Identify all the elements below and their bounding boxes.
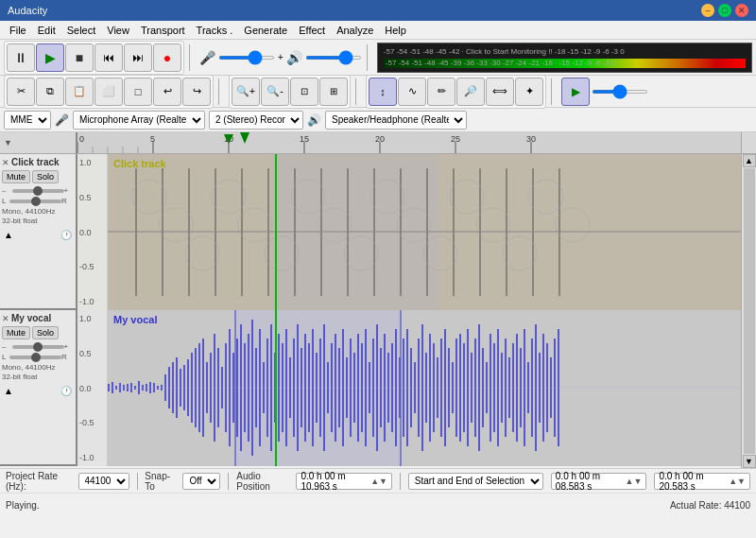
cut-tool[interactable]: ✂ (7, 78, 35, 106)
ctrl-sep-3 (400, 473, 401, 490)
vocal-track-info-line1: Mono, 44100Hz (2, 363, 74, 373)
forward-button[interactable]: ⏭ (124, 43, 152, 72)
click-track-menu[interactable]: 🕐 (60, 230, 72, 240)
svg-text:25: 25 (451, 134, 460, 144)
play-speed-button[interactable]: ▶ (561, 78, 590, 106)
menu-select[interactable]: Select (61, 24, 102, 37)
minimize-button[interactable]: – (701, 4, 714, 17)
rewind-button[interactable]: ⏮ (94, 43, 123, 72)
play-speed-group: ▶ (561, 78, 648, 106)
record-button[interactable]: ● (153, 43, 181, 72)
zoom-tool[interactable]: 🔎 (456, 78, 485, 106)
maximize-button[interactable]: □ (718, 4, 731, 17)
zoom-tools-group: 🔍+ 🔍- ⊡ ⊞ (229, 75, 351, 109)
draw-tool[interactable]: ✏ (427, 78, 455, 106)
click-track-controls: ✕ Click track Mute Solo – + (0, 154, 77, 308)
menu-generate[interactable]: Generate (238, 24, 293, 37)
v-yaxis-1.0: 1.0 (79, 314, 105, 323)
envelope-tool[interactable]: ∿ (398, 78, 426, 106)
copy-tool[interactable]: ⧉ (36, 78, 64, 106)
zoom-sel-button[interactable]: ⊡ (290, 78, 318, 106)
project-rate-select[interactable]: 44100 (78, 473, 129, 490)
vocal-track-solo[interactable]: Solo (32, 326, 59, 339)
menu-transport[interactable]: Transport (135, 24, 191, 37)
audio-position-display[interactable]: 0.0 h 00 m 10.963 s ▲▼ (296, 473, 392, 490)
sel-end-text: 0.0 h 00 m 20.583 s (659, 471, 729, 492)
output-device-select[interactable]: Speaker/Headphone (Realte (325, 111, 467, 130)
separator-5 (551, 78, 557, 105)
selection-mode-select[interactable]: Start and End of Selection (408, 473, 543, 490)
right-scrollbar[interactable]: ▲ ▼ (741, 154, 756, 468)
vocal-track-gain-row: – + (2, 342, 74, 351)
ruler-svg: 0 5 10 15 20 25 30 (77, 132, 741, 153)
yaxis-0.5: 0.5 (79, 193, 105, 202)
output-gain-slider[interactable] (305, 56, 362, 60)
close-button[interactable]: ✕ (735, 4, 748, 17)
svg-text:30: 30 (526, 134, 536, 144)
vocal-gain-label: – (2, 342, 12, 351)
pan-r-label: R (61, 197, 69, 205)
select-tool[interactable]: ↕ (369, 78, 397, 106)
svg-text:15: 15 (300, 134, 309, 144)
undo-tool[interactable]: ↩ (153, 78, 181, 106)
redo-tool[interactable]: ↪ (182, 78, 211, 106)
v-yaxis-neg0.5: -0.5 (79, 418, 105, 427)
vocal-track-waveform[interactable]: 1.0 0.5 0.0 -0.5 -1.0 My vocal (77, 310, 741, 466)
sel-start-text: 0.0 h 00 m 08.583 s (556, 471, 626, 492)
separator-2 (367, 44, 372, 71)
scroll-down-button[interactable]: ▼ (743, 455, 756, 468)
zoom-in-button[interactable]: 🔍+ (232, 78, 260, 106)
menu-file[interactable]: File (4, 24, 32, 37)
input-device-select[interactable]: Microphone Array (Realtek (73, 111, 205, 130)
trim-tool[interactable]: ⬜ (94, 78, 123, 106)
scroll-thumb[interactable] (744, 168, 755, 454)
channels-select[interactable]: 2 (Stereo) Recor (209, 111, 303, 130)
click-track-waveform[interactable]: 1.0 0.5 0.0 -0.5 -1.0 Click track (77, 154, 741, 310)
sel-start-arrows: ▲▼ (626, 477, 643, 486)
vocal-track-close[interactable]: ✕ (2, 314, 9, 323)
click-track-mute[interactable]: Mute (2, 170, 30, 183)
zoom-fit-button[interactable]: ⊞ (319, 78, 348, 106)
click-track-close[interactable]: ✕ (2, 158, 9, 167)
device-bar: MME 🎤 Microphone Array (Realtek 2 (Stere… (0, 108, 756, 132)
vocal-track-mute[interactable]: Mute (2, 326, 30, 339)
click-track: ✕ Click track Mute Solo – + (0, 154, 741, 310)
pan-l-label: L (2, 197, 9, 205)
speed-slider[interactable] (592, 90, 648, 94)
snap-to-select[interactable]: Off (182, 473, 220, 490)
play-button[interactable]: ▶ (36, 43, 64, 72)
vocal-track-pan-slider[interactable] (9, 356, 61, 359)
api-select[interactable]: MME (4, 111, 51, 130)
vocal-track-gain-slider[interactable] (12, 345, 64, 349)
menu-help[interactable]: Help (379, 24, 412, 37)
vocal-track: ✕ My vocal Mute Solo – + (0, 310, 741, 466)
speaker-device-icon: 🔊 (307, 113, 321, 127)
stop-button[interactable]: ■ (65, 43, 94, 72)
vu-scale-bottom: -57 -54 -51 -48 -45 -39 -36 -33 -30 -27 … (384, 59, 616, 68)
vocal-track-menu[interactable]: 🕐 (60, 386, 72, 396)
vocal-track-buttons: Mute Solo (2, 326, 74, 339)
vu-bar: -57 -54 -51 -48 -45 -39 -36 -33 -30 -27 … (384, 59, 746, 68)
scroll-up-button[interactable]: ▲ (743, 154, 756, 167)
vocal-track-collapse[interactable]: ▲ (4, 386, 13, 396)
multi-tool[interactable]: ✦ (515, 78, 543, 106)
input-gain-slider[interactable] (218, 56, 275, 60)
paste-tool[interactable]: 📋 (65, 78, 94, 106)
sel-start-display[interactable]: 0.0 h 00 m 08.583 s ▲▼ (551, 473, 647, 490)
click-track-gain-row: – + (2, 186, 74, 195)
menu-view[interactable]: View (101, 24, 135, 37)
click-track-gain-slider[interactable] (12, 189, 64, 193)
click-track-solo[interactable]: Solo (32, 170, 59, 183)
pause-button[interactable]: ⏸ (7, 43, 35, 72)
timeshift-tool[interactable]: ⟺ (486, 78, 514, 106)
zoom-out-button[interactable]: 🔍- (261, 78, 289, 106)
vocal-track-svg (108, 310, 741, 466)
click-track-pan-slider[interactable] (9, 200, 61, 203)
click-track-collapse[interactable]: ▲ (4, 230, 13, 240)
sel-end-display[interactable]: 0.0 h 00 m 20.583 s ▲▼ (654, 473, 750, 490)
menu-tracks[interactable]: Tracks . (191, 24, 239, 37)
menu-analyze[interactable]: Analyze (331, 24, 379, 37)
silence-tool[interactable]: □ (124, 78, 152, 106)
menu-effect[interactable]: Effect (293, 24, 331, 37)
menu-edit[interactable]: Edit (32, 24, 61, 37)
